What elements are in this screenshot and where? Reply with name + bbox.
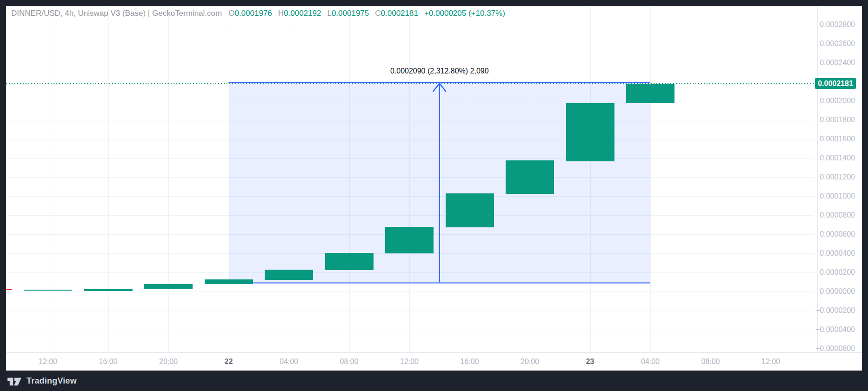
- time-axis-label: 04:00: [280, 358, 298, 366]
- time-axis-label: 12:00: [400, 358, 419, 366]
- price-axis-label: 0.0001200: [820, 173, 855, 181]
- ohlc-low-key: L: [327, 9, 331, 18]
- price-axis-label: 0.0002000: [820, 97, 855, 105]
- time-axis-label: 12:00: [39, 358, 57, 366]
- price-axis-label: 0.0002800: [820, 21, 855, 28]
- chart-surface[interactable]: DINNER/USD, 4h, Uniswap V3 (Base) | Geck…: [6, 6, 862, 371]
- candle: [265, 270, 313, 280]
- ohlc-high-key: H: [278, 9, 284, 18]
- footer-bar: TradingView: [0, 371, 868, 391]
- chart-legend: DINNER/USD, 4h, Uniswap V3 (Base) | Geck…: [11, 8, 505, 19]
- measure-tool-label: 0.0002090 (2,312.80%) 2,090: [390, 67, 489, 75]
- price-axis-label: 0.0001400: [820, 154, 855, 162]
- price-axis-label: 0.0000200: [820, 269, 855, 276]
- time-axis-label: 12:00: [761, 358, 780, 366]
- symbol-title: DINNER/USD, 4h, Uniswap V3 (Base) | Geck…: [11, 9, 222, 18]
- time-axis-label: 08:00: [701, 358, 720, 366]
- price-axis-label: −0.0000600: [815, 345, 855, 352]
- price-axis-label: 0.0001600: [820, 135, 855, 143]
- price-axis-label: 0.0000600: [820, 231, 855, 238]
- ohlc-high-value: 0.0002192: [284, 9, 321, 18]
- candle: [6, 289, 12, 291]
- page: { "header": { "title": "DINNER/USD, 4h, …: [0, 0, 868, 391]
- time-axis-label: 16:00: [460, 358, 479, 366]
- candle: [566, 103, 614, 161]
- candle: [205, 279, 253, 284]
- candle-layer: [6, 6, 862, 371]
- ohlc-open-key: O: [228, 9, 234, 18]
- time-axis-label: 08:00: [340, 358, 358, 366]
- candle: [84, 289, 133, 291]
- price-axis-label: 0.0002400: [820, 59, 855, 66]
- time-axis-label: 04:00: [641, 358, 660, 366]
- price-axis-label: 0.0000400: [820, 250, 855, 257]
- ohlc-close-value: 0.0002181: [381, 9, 418, 18]
- candle: [506, 160, 554, 194]
- candle: [626, 84, 674, 103]
- tradingview-logo-icon[interactable]: [7, 375, 22, 387]
- time-axis-label: 20:00: [521, 358, 539, 366]
- candle: [385, 227, 434, 253]
- time-axis-label: 22: [225, 358, 233, 366]
- price-axis-label: 0.0000800: [820, 212, 855, 219]
- tradingview-brand-link[interactable]: TradingView: [27, 376, 77, 386]
- price-axis-separator: [817, 6, 818, 352]
- price-axis-label: 0.0001000: [820, 192, 855, 200]
- price-axis-label: −0.0000400: [815, 326, 855, 333]
- ohlc-low: L 0.0001975: [327, 9, 369, 18]
- ohlc-high: H 0.0002192: [278, 9, 321, 18]
- candle: [446, 193, 494, 227]
- ohlc-close: C 0.0002181: [375, 9, 418, 18]
- candle: [24, 290, 72, 291]
- time-axis-label: 16:00: [99, 358, 117, 366]
- price-change: +0.0000205 (+10.37%): [424, 9, 505, 18]
- price-axis-label: 0.0000000: [820, 288, 855, 295]
- ohlc-open-value: 0.0001976: [234, 9, 272, 18]
- candle: [144, 284, 193, 289]
- time-axis-separator: [6, 352, 862, 353]
- last-price-badge: 0.0002181: [815, 78, 856, 89]
- ohlc-close-key: C: [375, 9, 381, 18]
- price-axis-label: 0.0002600: [820, 40, 855, 47]
- candle: [325, 253, 374, 270]
- price-axis-label: −0.0000200: [815, 307, 855, 314]
- price-axis-label: 0.0001800: [820, 116, 855, 124]
- time-axis-label: 23: [586, 358, 594, 366]
- ohlc-open: O 0.0001976: [228, 9, 272, 18]
- time-axis-label: 20:00: [159, 358, 178, 366]
- ohlc-low-value: 0.0001975: [332, 9, 369, 18]
